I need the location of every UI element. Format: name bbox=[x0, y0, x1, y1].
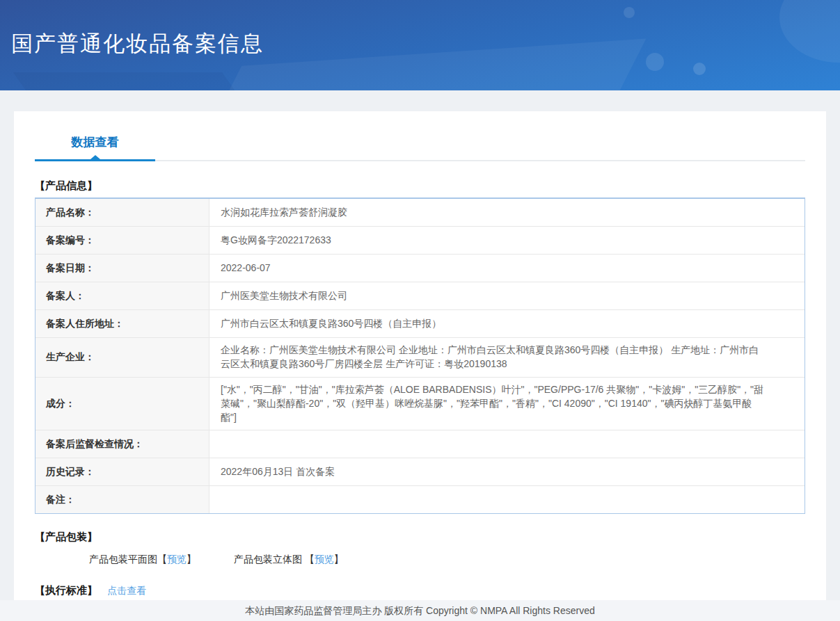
row-value: 企业名称：广州医美堂生物技术有限公司 企业地址：广州市白云区太和镇夏良路360号… bbox=[209, 338, 805, 377]
row-value: 粤G妆网备字2022172633 bbox=[209, 227, 805, 254]
row-value: 2022年06月13日 首次备案 bbox=[209, 458, 805, 485]
row-value: 水润如花库拉索芦荟舒润凝胶 bbox=[209, 199, 805, 226]
row-label: 历史记录： bbox=[35, 458, 209, 485]
bracket-open: 【 bbox=[157, 554, 167, 565]
table-row: 备案人： 广州医美堂生物技术有限公司 bbox=[35, 282, 805, 310]
exec-standard-view-link[interactable]: 点击查看 bbox=[107, 585, 146, 596]
packaging-item-label: 产品包装立体图 bbox=[234, 554, 305, 565]
tab-label: 数据查看 bbox=[72, 136, 119, 149]
content-card: 数据查看 【产品信息】 产品名称： 水润如花库拉索芦荟舒润凝胶 备案编号： 粤G… bbox=[14, 111, 826, 600]
decorative-shape bbox=[203, 39, 647, 90]
exec-standard-row: 【执行标准】 点击查看 bbox=[35, 584, 805, 597]
table-row: 备案编号： 粤G妆网备字2022172633 bbox=[35, 227, 805, 255]
table-row: 备注： bbox=[35, 486, 805, 513]
page-footer: 本站由国家药品监督管理局主办 版权所有 Copyright © NMPA All… bbox=[0, 600, 840, 621]
row-value: 广州医美堂生物技术有限公司 bbox=[209, 282, 805, 309]
table-row: 备案日期： 2022-06-07 bbox=[35, 255, 805, 282]
row-label: 备注： bbox=[35, 486, 209, 513]
row-value bbox=[209, 430, 805, 458]
tab-data-view[interactable]: 数据查看 bbox=[35, 134, 155, 161]
packaging-flat-preview-link[interactable]: 预览 bbox=[167, 554, 187, 565]
row-label: 备案编号： bbox=[35, 227, 209, 254]
decorative-circle bbox=[624, 7, 635, 18]
decorative-shape bbox=[13, 72, 251, 90]
copyright-text: 本站由国家药品监督管理局主办 版权所有 Copyright © NMPA All… bbox=[245, 605, 594, 616]
row-value bbox=[209, 486, 805, 513]
bracket-close: 】 bbox=[187, 554, 196, 565]
table-row: 生产企业： 企业名称：广州医美堂生物技术有限公司 企业地址：广州市白云区太和镇夏… bbox=[35, 338, 805, 378]
row-label: 备案人住所地址： bbox=[35, 310, 209, 337]
table-row: 产品名称： 水润如花库拉索芦荟舒润凝胶 bbox=[35, 199, 805, 227]
table-row: 成分： ["水"，"丙二醇"，"甘油"，"库拉索芦荟（ALOE BARBADEN… bbox=[35, 378, 805, 431]
bracket-close: 】 bbox=[334, 554, 344, 565]
row-label: 成分： bbox=[35, 378, 209, 430]
decorative-circle bbox=[693, 63, 706, 75]
tab-bar: 数据查看 bbox=[35, 134, 805, 161]
packaging-item: 产品包装立体图 【预览】 bbox=[234, 554, 344, 566]
decorative-circle bbox=[646, 53, 664, 71]
page-title: 国产普通化妆品备案信息 bbox=[11, 29, 264, 58]
decorative-circle bbox=[779, 0, 840, 63]
packaging-item: 产品包装平面图【预览】 bbox=[89, 554, 196, 566]
row-value: ["水"，"丙二醇"，"甘油"，"库拉索芦荟（ALOE BARBADENSIS）… bbox=[209, 378, 805, 430]
page-header: 国产普通化妆品备案信息 bbox=[0, 0, 840, 90]
section-title-packaging: 【产品包装】 bbox=[35, 531, 805, 544]
row-value: 广州市白云区太和镇夏良路360号四楼（自主申报） bbox=[209, 310, 805, 337]
row-label: 产品名称： bbox=[35, 199, 209, 226]
row-label: 备案人： bbox=[35, 282, 209, 309]
table-row: 备案后监督检查情况： bbox=[35, 430, 805, 458]
table-row: 备案人住所地址： 广州市白云区太和镇夏良路360号四楼（自主申报） bbox=[35, 310, 805, 338]
packaging-row: 产品包装平面图【预览】 产品包装立体图 【预览】 bbox=[35, 554, 805, 566]
section-title-product-info: 【产品信息】 bbox=[35, 179, 805, 193]
row-value: 2022-06-07 bbox=[209, 255, 805, 282]
packaging-item-label: 产品包装平面图 bbox=[89, 554, 157, 565]
packaging-3d-preview-link[interactable]: 预览 bbox=[315, 554, 334, 565]
row-label: 备案后监督检查情况： bbox=[35, 430, 209, 458]
bracket-open: 【 bbox=[305, 554, 315, 565]
table-row: 历史记录： 2022年06月13日 首次备案 bbox=[35, 458, 805, 486]
row-label: 生产企业： bbox=[35, 338, 209, 377]
tab-active-triangle-icon bbox=[90, 155, 100, 159]
product-info-table: 产品名称： 水润如花库拉索芦荟舒润凝胶 备案编号： 粤G妆网备字20221726… bbox=[35, 197, 805, 514]
row-label: 备案日期： bbox=[35, 255, 209, 282]
section-title-exec-standard: 【执行标准】 bbox=[35, 584, 97, 597]
